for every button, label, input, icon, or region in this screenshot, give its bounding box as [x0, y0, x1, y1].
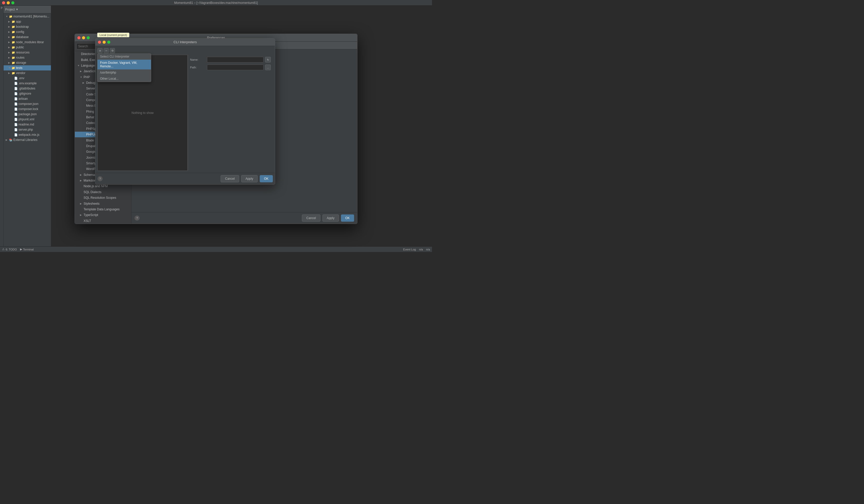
dropdown-item-label: Other Local...	[100, 77, 119, 81]
nav-item-template-data[interactable]: Template Data Languages	[75, 206, 131, 212]
cli-maximize-button[interactable]	[107, 40, 110, 44]
cli-footer: ? Cancel Apply OK	[95, 173, 275, 184]
dropdown-item-label: /usr/bin/php	[100, 71, 116, 74]
cli-dialog-title: CLI Interpreters	[173, 40, 197, 44]
nothing-to-show-label: Nothing to show	[131, 111, 154, 115]
nav-arrow-icon: ▼	[80, 76, 83, 79]
close-button[interactable]	[2, 1, 5, 4]
pref-minimize-button[interactable]	[82, 36, 85, 39]
tooltip-local-project: Local (current project)	[97, 33, 129, 37]
nav-item-label: Smarty	[86, 161, 96, 165]
nav-arrow-icon: ▼	[77, 64, 80, 67]
nav-item-label: SQL Resolution Scopes	[84, 196, 116, 200]
nav-arrow-icon: ▶	[80, 173, 83, 176]
pref-footer-buttons: Cancel Apply OK	[302, 215, 354, 221]
cli-name-input[interactable]	[207, 57, 264, 62]
nav-item-label: Directories	[81, 52, 96, 56]
nav-item-label: TypeScript	[84, 213, 98, 217]
pref-footer: ? Cancel Apply OK	[131, 212, 357, 224]
cli-name-refresh-icon[interactable]: ↻	[265, 57, 271, 62]
nav-arrow-icon: ▶	[83, 82, 85, 84]
nav-item-label: Template Data Languages	[84, 207, 120, 211]
window-title: Momentum81 – [~/VagrantBoxes/dev.machine…	[174, 1, 258, 5]
maximize-button[interactable]	[11, 1, 14, 4]
nav-item-label: Behat	[86, 116, 94, 119]
nav-arrow-icon: ▶	[80, 202, 83, 205]
pref-help-icon[interactable]: ?	[134, 215, 140, 221]
nav-arrow-icon: ▶	[80, 70, 83, 73]
nav-item-sql-resolution[interactable]: SQL Resolution Scopes	[75, 195, 131, 201]
nav-item-label: Node.js and NPM	[84, 184, 108, 188]
cli-traffic-lights	[98, 40, 110, 44]
cli-ok-button[interactable]: OK	[260, 175, 273, 182]
nav-item-xslt[interactable]: XSLT	[75, 218, 131, 224]
dropdown-item-label: From Docker, Vagrant, VM, Remote...	[100, 61, 137, 68]
minimize-button[interactable]	[7, 1, 10, 4]
cli-footer-buttons: Cancel Apply OK	[221, 175, 273, 182]
cli-apply-button[interactable]: Apply	[241, 175, 258, 182]
dropdown-item-usr-bin-php[interactable]: /usr/bin/php	[97, 69, 151, 75]
cli-name-row: Name: ↻	[190, 57, 271, 62]
tooltip-text: Local (current project)	[99, 34, 127, 36]
pref-maximize-button[interactable]	[87, 36, 90, 39]
nav-item-label: SQL Dialects	[84, 190, 101, 194]
dropdown-item-docker[interactable]: From Docker, Vagrant, VM, Remote...	[97, 60, 151, 69]
nav-item-label: PHP	[84, 75, 90, 79]
cli-remove-button[interactable]: −	[104, 48, 109, 53]
cli-interpreter-dropdown: Select CLI Interpreter From Docker, Vagr…	[97, 53, 151, 82]
cli-toolbar: + − ⧉	[97, 48, 273, 53]
cli-cancel-button[interactable]: Cancel	[221, 175, 239, 182]
cli-help-icon[interactable]: ?	[97, 176, 103, 181]
nav-item-label: XSLT	[84, 219, 91, 223]
cli-path-row: Path: …	[190, 64, 271, 70]
pref-close-button[interactable]	[77, 36, 81, 39]
nav-item-stylesheets[interactable]: ▶ Stylesheets	[75, 201, 131, 206]
cli-titlebar: CLI Interpreters	[95, 38, 275, 46]
nav-item-label: Debug	[86, 81, 95, 85]
nav-item-sql-dialects[interactable]: SQL Dialects	[75, 189, 131, 195]
cli-details: Name: ↻ Path: …	[188, 55, 273, 171]
cli-name-label: Name:	[190, 58, 205, 61]
pref-traffic-lights	[77, 36, 90, 39]
cli-add-button[interactable]: +	[97, 48, 103, 53]
titlebar: Momentum81 – [~/VagrantBoxes/dev.machine…	[0, 0, 432, 5]
pref-apply-button[interactable]: Apply	[322, 215, 339, 221]
nav-item-label: Blade	[86, 139, 94, 142]
cli-path-label: Path:	[190, 66, 205, 69]
cli-minimize-button[interactable]	[103, 40, 106, 44]
nav-item-label: Phing	[86, 110, 94, 113]
nav-item-label: Stylesheets	[84, 202, 99, 205]
cli-close-button[interactable]	[98, 40, 101, 44]
cli-copy-button[interactable]: ⧉	[110, 48, 115, 53]
nav-item-label: Drupal	[86, 144, 95, 148]
cli-path-input[interactable]	[207, 64, 264, 70]
cli-path-browse-icon[interactable]: …	[265, 64, 271, 70]
traffic-lights	[2, 1, 14, 4]
dropdown-header: Select CLI Interpreter	[97, 54, 151, 60]
pref-ok-button[interactable]: OK	[341, 215, 354, 221]
pref-cancel-button[interactable]: Cancel	[302, 215, 320, 221]
nav-item-typescript[interactable]: ▶ TypeScript	[75, 212, 131, 218]
nav-arrow-icon: ▶	[80, 179, 83, 182]
dropdown-item-other-local[interactable]: Other Local...	[97, 75, 151, 82]
nav-arrow-icon: ▶	[80, 214, 83, 216]
